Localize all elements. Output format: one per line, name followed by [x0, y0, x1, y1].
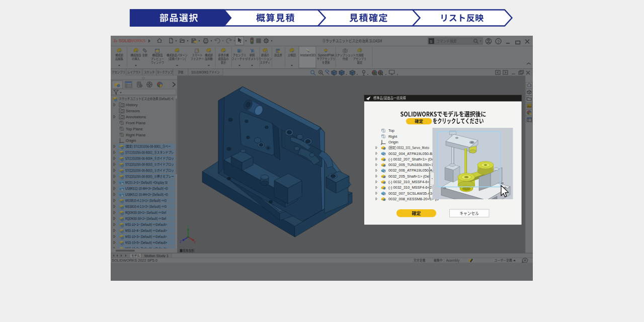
- svg-text:Right Plane: Right Plane: [126, 133, 145, 137]
- svg-text:WORKS: WORKS: [130, 39, 146, 43]
- svg-text:History: History: [126, 103, 138, 107]
- svg-text:?: ?: [497, 39, 500, 44]
- svg-text:Right: Right: [388, 134, 397, 139]
- svg-text:(-) 0032_310_MSSF4-6<2> (D: (-) 0032_310_MSSF4-6<2> (D: [388, 185, 439, 190]
- svg-text:Y: Y: [187, 224, 189, 228]
- svg-text:0032_008_KESSM8-20<1> (D: 0032_008_KESSM8-20<1> (D: [388, 197, 439, 201]
- svg-text:Instant3D: Instant3D: [300, 53, 316, 57]
- svg-text:Top: Top: [388, 128, 394, 133]
- svg-text:Origin: Origin: [126, 138, 136, 143]
- svg-text:Motion Study 1: Motion Study 1: [144, 254, 169, 258]
- svg-text:Origin: Origin: [388, 140, 398, 144]
- svg-text:3s: 3s: [113, 38, 118, 43]
- svg-text:X: X: [194, 240, 196, 244]
- svg-text:Front Plane: Front Plane: [126, 121, 145, 125]
- svg-text:SpeedPak: SpeedPak: [317, 53, 335, 57]
- svg-text:S: S: [430, 39, 432, 44]
- svg-text:0032_004_ATPA19L050-B-P15: 0032_004_ATPA19L050-B-P15: [388, 151, 440, 156]
- svg-text:Sensors: Sensors: [126, 109, 140, 113]
- svg-text:Annotations: Annotations: [126, 115, 146, 119]
- svg-text:Top Plane: Top Plane: [126, 127, 143, 131]
- svg-text:Z: Z: [180, 240, 182, 244]
- svg-text:0032_007_SCSLAW35-43<1>: 0032_007_SCSLAW35-43<1>: [388, 191, 439, 196]
- svg-text:(-) 0032_207_Shaft<1> (Defa: (-) 0032_207_Shaft<1> (Defa: [388, 157, 437, 162]
- svg-text:SOLIDWORKS 2022 SP5.0: SOLIDWORKS 2022 SP5.0: [112, 258, 157, 263]
